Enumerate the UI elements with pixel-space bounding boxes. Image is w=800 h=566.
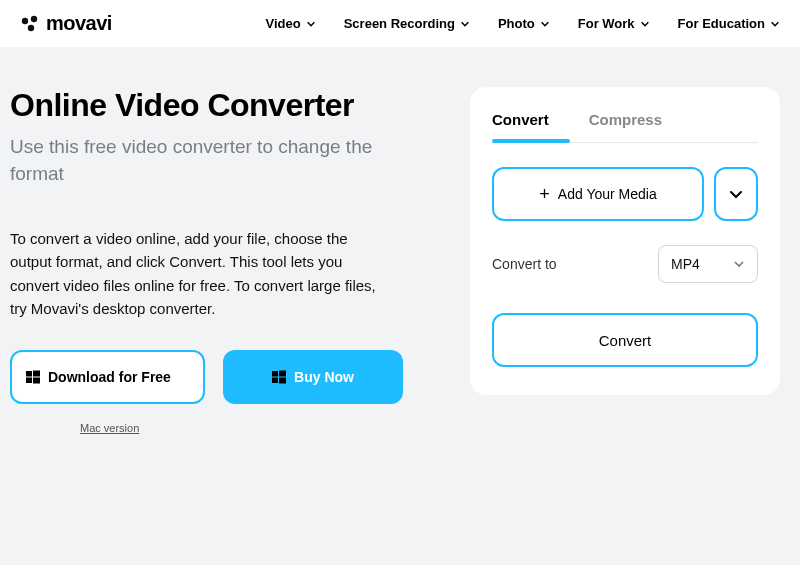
movavi-logo-icon — [20, 14, 40, 34]
download-label: Download for Free — [48, 369, 171, 386]
svg-rect-8 — [279, 371, 286, 377]
svg-rect-10 — [279, 378, 286, 384]
chevron-down-icon — [733, 258, 745, 270]
chevron-down-icon — [306, 19, 316, 29]
tab-compress[interactable]: Compress — [589, 111, 662, 142]
hero-section: Online Video Converter Use this free vid… — [10, 87, 440, 545]
windows-icon — [26, 370, 40, 384]
svg-point-1 — [31, 15, 37, 21]
windows-icon — [272, 370, 286, 384]
main-nav: Video Screen Recording Photo For Work Fo… — [266, 16, 780, 31]
format-row: Convert to MP4 — [492, 245, 758, 283]
tab-convert[interactable]: Convert — [492, 111, 549, 142]
add-media-row: + Add Your Media — [492, 167, 758, 221]
download-button[interactable]: Download for Free — [10, 350, 205, 404]
nav-video[interactable]: Video — [266, 16, 316, 31]
nav-screen-recording[interactable]: Screen Recording — [344, 16, 470, 31]
svg-rect-9 — [272, 378, 278, 384]
card-tabs: Convert Compress — [492, 111, 758, 143]
nav-for-education[interactable]: For Education — [678, 16, 780, 31]
svg-rect-5 — [26, 378, 32, 384]
nav-label: Photo — [498, 16, 535, 31]
page-title: Online Video Converter — [10, 87, 430, 124]
convert-to-label: Convert to — [492, 256, 557, 272]
svg-rect-3 — [26, 371, 32, 377]
tab-indicator — [492, 139, 570, 143]
buy-label: Buy Now — [294, 369, 354, 385]
svg-rect-7 — [272, 371, 278, 377]
header: movavi Video Screen Recording Photo For … — [0, 0, 800, 47]
svg-rect-4 — [33, 371, 40, 377]
logo[interactable]: movavi — [20, 12, 112, 35]
nav-label: For Work — [578, 16, 635, 31]
page-description: To convert a video online, add your file… — [10, 227, 390, 320]
chevron-down-icon — [770, 19, 780, 29]
main-content: Online Video Converter Use this free vid… — [0, 47, 800, 565]
buy-button[interactable]: Buy Now — [223, 350, 403, 404]
plus-icon: + — [539, 184, 550, 205]
brand-name: movavi — [46, 12, 112, 35]
format-selected-value: MP4 — [671, 256, 700, 272]
nav-photo[interactable]: Photo — [498, 16, 550, 31]
chevron-down-icon — [460, 19, 470, 29]
add-media-dropdown-button[interactable] — [714, 167, 758, 221]
svg-point-0 — [22, 17, 28, 23]
chevron-down-icon — [540, 19, 550, 29]
add-media-button[interactable]: + Add Your Media — [492, 167, 704, 221]
add-media-label: Add Your Media — [558, 186, 657, 202]
chevron-down-icon — [729, 187, 743, 201]
nav-label: Screen Recording — [344, 16, 455, 31]
nav-label: Video — [266, 16, 301, 31]
mac-version-link[interactable]: Mac version — [80, 422, 139, 434]
nav-for-work[interactable]: For Work — [578, 16, 650, 31]
converter-card: Convert Compress + Add Your Media Conver… — [470, 87, 780, 395]
svg-point-2 — [28, 24, 34, 30]
convert-button[interactable]: Convert — [492, 313, 758, 367]
format-select[interactable]: MP4 — [658, 245, 758, 283]
page-subtitle: Use this free video converter to change … — [10, 134, 430, 187]
chevron-down-icon — [640, 19, 650, 29]
nav-label: For Education — [678, 16, 765, 31]
svg-rect-6 — [33, 378, 40, 384]
cta-row: Download for Free Buy Now — [10, 350, 430, 404]
